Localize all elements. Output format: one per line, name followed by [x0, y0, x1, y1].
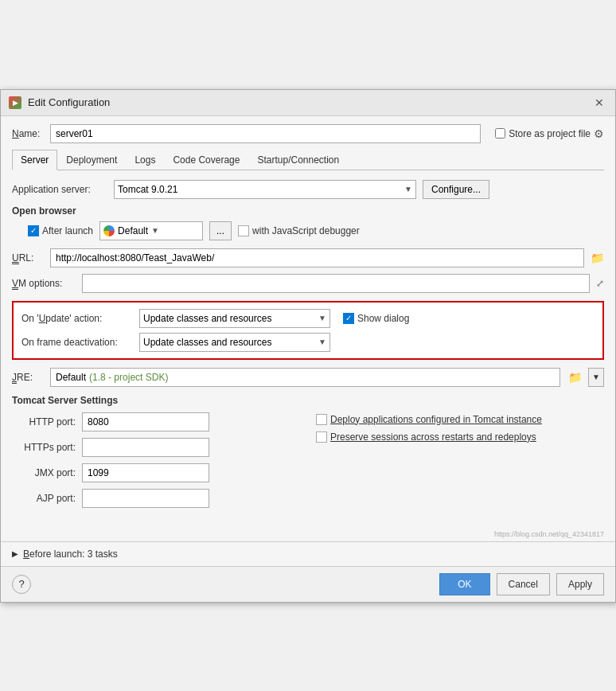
url-row: URL: 📁: [12, 248, 604, 267]
deploy-checkbox[interactable]: [316, 414, 327, 425]
vm-options-label: VM options:: [12, 278, 76, 289]
js-debugger-text: with JavaScript debugger: [252, 225, 360, 236]
ajp-port-row: AJP port:: [12, 489, 300, 508]
jre-select[interactable]: Default (1.8 - project SDK): [50, 368, 560, 387]
tab-deployment[interactable]: Deployment: [57, 150, 126, 170]
main-content: Name: Store as project file ⚙ Server Dep…: [1, 116, 615, 530]
close-button[interactable]: ✕: [591, 95, 607, 111]
on-update-value: Update classes and resources: [143, 313, 271, 324]
help-button[interactable]: ?: [12, 575, 31, 594]
footer-left: ?: [12, 575, 31, 594]
jre-value-accent: (1.8 - project SDK): [89, 372, 168, 383]
on-frame-select[interactable]: Update classes and resources ▼: [139, 333, 330, 352]
url-folder-icon[interactable]: 📁: [591, 252, 604, 264]
on-update-row: On 'Update' action: Update classes and r…: [21, 309, 595, 328]
deploy-check-label[interactable]: Deploy applications configured in Tomcat…: [316, 414, 604, 425]
https-port-input[interactable]: [82, 438, 209, 457]
title-bar: ▶ Edit Configuration ✕: [1, 90, 615, 116]
app-server-select[interactable]: Tomcat 9.0.21 ▼: [114, 180, 416, 199]
store-project-section: Store as project file ⚙: [495, 127, 604, 140]
jre-folder-icon[interactable]: 📁: [568, 371, 582, 384]
name-row: Name: Store as project file ⚙: [12, 124, 604, 143]
open-browser-section: Open browser ✓ After launch Default ▼ ..…: [12, 205, 604, 240]
watermark: https://blog.csdn.net/qq_42341817: [1, 530, 615, 541]
apply-button[interactable]: Apply: [556, 573, 604, 595]
configure-button[interactable]: Configure...: [423, 180, 489, 199]
browser-value: Default: [118, 225, 148, 236]
jre-dropdown-button[interactable]: ▼: [588, 368, 604, 387]
show-dialog-label[interactable]: ✓ Show dialog: [343, 313, 409, 324]
on-frame-arrow: ▼: [318, 338, 326, 346]
dialog-title: Edit Configuration: [28, 96, 110, 108]
deploy-label: Deploy applications configured in Tomcat…: [330, 414, 542, 425]
ok-button[interactable]: OK: [439, 573, 489, 595]
vm-options-input[interactable]: [82, 274, 590, 293]
js-debugger-checkbox[interactable]: [238, 225, 249, 236]
vm-options-row: VM options: ⤢: [12, 274, 604, 293]
gear-icon[interactable]: ⚙: [594, 127, 604, 140]
cancel-button[interactable]: Cancel: [497, 573, 550, 595]
name-label: Name:: [12, 128, 44, 139]
on-update-select[interactable]: Update classes and resources ▼: [139, 309, 330, 328]
open-browser-title: Open browser: [12, 205, 604, 217]
on-frame-value: Update classes and resources: [143, 337, 271, 348]
store-project-checkbox[interactable]: [495, 128, 505, 139]
browser-arrow: ▼: [151, 226, 159, 235]
tomcat-ports: HTTP port: HTTPs port: JMX port: AJP por…: [12, 412, 300, 514]
tab-code-coverage[interactable]: Code Coverage: [164, 150, 248, 170]
jre-row: JRE: Default (1.8 - project SDK) 📁 ▼: [12, 368, 604, 387]
tab-server[interactable]: Server: [12, 150, 57, 170]
browser-dots-button[interactable]: ...: [209, 221, 232, 240]
on-frame-label: On frame deactivation:: [21, 337, 133, 348]
name-input[interactable]: [50, 124, 481, 143]
tomcat-grid: HTTP port: HTTPs port: JMX port: AJP por…: [12, 412, 604, 514]
title-bar-left: ▶ Edit Configuration: [9, 96, 110, 109]
show-dialog-text: Show dialog: [357, 313, 409, 324]
app-server-row: Application server: Tomcat 9.0.21 ▼ Conf…: [12, 180, 604, 199]
preserve-checkbox[interactable]: [316, 431, 327, 443]
jre-value: Default: [56, 372, 86, 383]
tab-startup-connection[interactable]: Startup/Connection: [248, 150, 348, 170]
before-launch-section: ▶ Before launch: 3 tasks: [1, 541, 615, 566]
on-update-arrow: ▼: [318, 314, 326, 322]
after-launch-label: After launch: [42, 225, 93, 236]
update-action-box: On 'Update' action: Update classes and r…: [12, 301, 604, 360]
tomcat-settings-section: Tomcat Server Settings HTTP port: HTTPs …: [12, 395, 604, 514]
url-label: URL:: [12, 252, 44, 264]
dialog-footer: ? OK Cancel Apply: [1, 566, 615, 602]
http-port-row: HTTP port:: [12, 412, 300, 431]
jmx-port-row: JMX port:: [12, 463, 300, 482]
jmx-port-input[interactable]: [82, 463, 209, 482]
on-frame-row: On frame deactivation: Update classes an…: [21, 333, 595, 352]
browser-select[interactable]: Default ▼: [99, 221, 203, 240]
tab-logs[interactable]: Logs: [126, 150, 164, 170]
jmx-port-label: JMX port:: [12, 467, 76, 478]
url-input[interactable]: [50, 248, 584, 267]
preserve-check-label[interactable]: Preserve sessions across restarts and re…: [316, 431, 604, 443]
app-server-label: Application server:: [12, 184, 107, 195]
tomcat-options: Deploy applications configured in Tomcat…: [316, 412, 604, 514]
expand-icon[interactable]: ⤢: [596, 278, 604, 289]
app-icon: ▶: [9, 96, 21, 109]
before-launch-label: Before launch: 3 tasks: [23, 549, 118, 560]
footer-right: OK Cancel Apply: [439, 573, 604, 595]
tomcat-settings-title: Tomcat Server Settings: [12, 395, 604, 406]
http-port-input[interactable]: [82, 412, 209, 431]
after-launch-checkbox-label[interactable]: ✓ After launch: [28, 225, 93, 236]
on-update-label: On 'Update' action:: [21, 313, 133, 324]
before-launch-toggle[interactable]: ▶: [12, 549, 18, 558]
store-project-label[interactable]: Store as project file: [509, 128, 591, 139]
ajp-port-input[interactable]: [82, 489, 209, 508]
browser-chrome-icon: [103, 225, 115, 236]
ajp-port-label: AJP port:: [12, 493, 76, 504]
preserve-label: Preserve sessions across restarts and re…: [330, 431, 536, 443]
https-port-label: HTTPs port:: [12, 442, 76, 453]
tabs-bar: Server Deployment Logs Code Coverage Sta…: [12, 150, 604, 170]
show-dialog-checkbox[interactable]: ✓: [343, 313, 354, 324]
http-port-label: HTTP port:: [12, 416, 76, 427]
https-port-row: HTTPs port:: [12, 438, 300, 457]
after-launch-checkbox[interactable]: ✓: [28, 225, 39, 236]
browser-row: ✓ After launch Default ▼ ... with JavaSc…: [28, 221, 604, 240]
app-server-arrow: ▼: [404, 185, 412, 193]
js-debugger-label[interactable]: with JavaScript debugger: [238, 225, 360, 236]
